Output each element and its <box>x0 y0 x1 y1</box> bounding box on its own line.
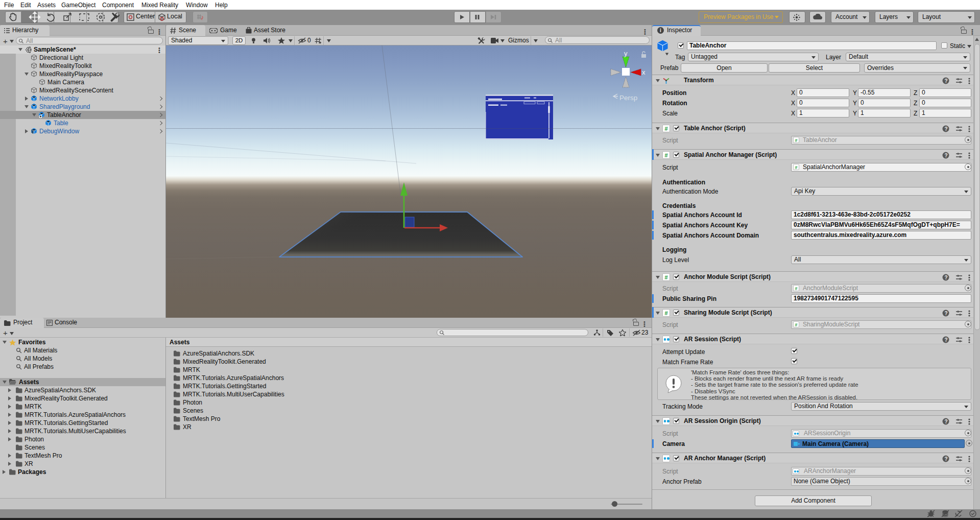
svg-text:?: ? <box>945 311 948 316</box>
svg-text:?: ? <box>945 126 948 132</box>
svg-text:y: y <box>624 50 628 57</box>
svg-text:Persp: Persp <box>619 94 637 102</box>
svg-text:?: ? <box>945 275 948 280</box>
svg-text:?: ? <box>945 456 948 462</box>
svg-text:?: ? <box>945 419 948 424</box>
svg-text:?: ? <box>945 78 948 84</box>
svg-text:x: x <box>642 68 646 76</box>
svg-text:?: ? <box>945 153 948 158</box>
svg-text:?: ? <box>945 337 948 343</box>
